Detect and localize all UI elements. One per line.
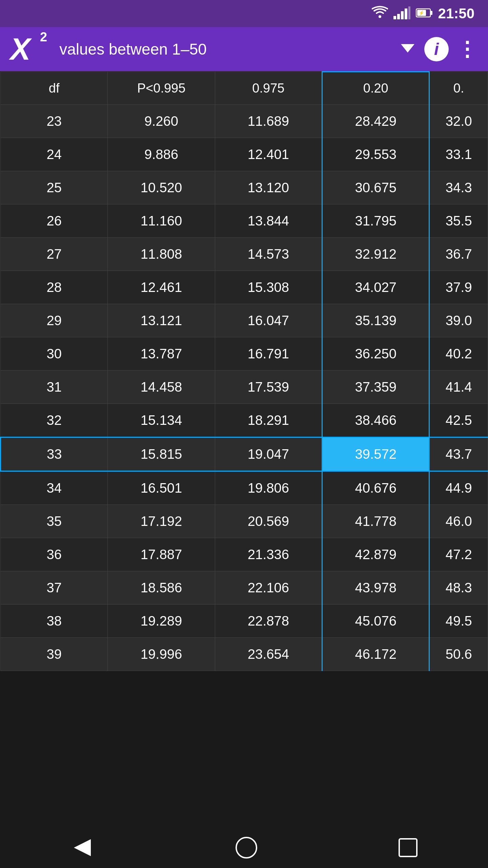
table-row[interactable]: 3517.19220.56941.77846.0 (1, 505, 488, 538)
cell-p20[interactable]: 42.879 (322, 538, 429, 571)
cell-p975[interactable]: 21.336 (215, 538, 322, 571)
cell-partial[interactable]: 46.0 (429, 505, 488, 538)
cell-partial[interactable]: 50.6 (429, 638, 488, 671)
cell-df[interactable]: 24 (1, 138, 108, 171)
table-row[interactable]: 3215.13418.29138.46642.5 (1, 404, 488, 437)
cell-p20[interactable]: 37.359 (322, 371, 429, 404)
dropdown-icon[interactable] (399, 42, 416, 57)
cell-p975[interactable]: 14.573 (215, 238, 322, 271)
cell-partial[interactable]: 37.9 (429, 271, 488, 304)
cell-df[interactable]: 29 (1, 304, 108, 337)
table-row[interactable]: 3617.88721.33642.87947.2 (1, 538, 488, 571)
cell-df[interactable]: 39 (1, 638, 108, 671)
cell-p995[interactable]: 15.134 (108, 404, 215, 437)
cell-partial[interactable]: 49.5 (429, 605, 488, 638)
table-row[interactable]: 3013.78716.79136.25040.2 (1, 337, 488, 371)
table-row[interactable]: 3315.81519.04739.57243.7 (1, 437, 488, 471)
cell-df[interactable]: 30 (1, 337, 108, 371)
cell-p20[interactable]: 28.429 (322, 105, 429, 138)
cell-partial[interactable]: 36.7 (429, 238, 488, 271)
cell-p975[interactable]: 19.047 (215, 437, 322, 471)
cell-p995[interactable]: 11.808 (108, 238, 215, 271)
table-row[interactable]: 2711.80814.57332.91236.7 (1, 238, 488, 271)
table-row[interactable]: 2510.52013.12030.67534.3 (1, 171, 488, 204)
cell-p995[interactable]: 12.461 (108, 271, 215, 304)
cell-df[interactable]: 33 (1, 437, 108, 471)
table-row[interactable]: 2913.12116.04735.13939.0 (1, 304, 488, 337)
cell-p975[interactable]: 23.654 (215, 638, 322, 671)
table-row[interactable]: 3919.99623.65446.17250.6 (1, 638, 488, 671)
info-button[interactable]: i (424, 37, 449, 61)
cell-p20[interactable]: 41.778 (322, 505, 429, 538)
table-row[interactable]: 3819.28922.87845.07649.5 (1, 605, 488, 638)
cell-p975[interactable]: 16.047 (215, 304, 322, 337)
cell-p20[interactable]: 43.978 (322, 571, 429, 605)
cell-partial[interactable]: 33.1 (429, 138, 488, 171)
table-row[interactable]: 239.26011.68928.42932.0 (1, 105, 488, 138)
back-button[interactable] (70, 837, 94, 858)
cell-p20[interactable]: 31.795 (322, 204, 429, 238)
cell-partial[interactable]: 47.2 (429, 538, 488, 571)
cell-p975[interactable]: 19.806 (215, 471, 322, 505)
cell-df[interactable]: 37 (1, 571, 108, 605)
cell-p995[interactable]: 9.886 (108, 138, 215, 171)
cell-df[interactable]: 27 (1, 238, 108, 271)
cell-df[interactable]: 28 (1, 271, 108, 304)
cell-p20[interactable]: 35.139 (322, 304, 429, 337)
cell-p975[interactable]: 22.106 (215, 571, 322, 605)
cell-p975[interactable]: 12.401 (215, 138, 322, 171)
cell-p975[interactable]: 17.539 (215, 371, 322, 404)
cell-p975[interactable]: 18.291 (215, 404, 322, 437)
cell-partial[interactable]: 39.0 (429, 304, 488, 337)
cell-p20[interactable]: 34.027 (322, 271, 429, 304)
cell-partial[interactable]: 48.3 (429, 571, 488, 605)
cell-p995[interactable]: 13.787 (108, 337, 215, 371)
cell-p20[interactable]: 40.676 (322, 471, 429, 505)
cell-df[interactable]: 38 (1, 605, 108, 638)
cell-p975[interactable]: 22.878 (215, 605, 322, 638)
cell-p995[interactable]: 18.586 (108, 571, 215, 605)
cell-p995[interactable]: 17.887 (108, 538, 215, 571)
table-row[interactable]: 249.88612.40129.55333.1 (1, 138, 488, 171)
cell-p20[interactable]: 39.572 (322, 437, 429, 471)
cell-p995[interactable]: 10.520 (108, 171, 215, 204)
table-row[interactable]: 3416.50119.80640.67644.9 (1, 471, 488, 505)
cell-df[interactable]: 31 (1, 371, 108, 404)
cell-partial[interactable]: 44.9 (429, 471, 488, 505)
cell-p995[interactable]: 15.815 (108, 437, 215, 471)
cell-df[interactable]: 34 (1, 471, 108, 505)
cell-df[interactable]: 32 (1, 404, 108, 437)
cell-p995[interactable]: 19.996 (108, 638, 215, 671)
cell-p20[interactable]: 38.466 (322, 404, 429, 437)
home-button[interactable] (236, 837, 257, 859)
more-options-button[interactable]: ⋮ (457, 37, 478, 61)
cell-p20[interactable]: 30.675 (322, 171, 429, 204)
recents-button[interactable] (399, 838, 418, 857)
cell-p975[interactable]: 11.689 (215, 105, 322, 138)
table-row[interactable]: 2611.16013.84431.79535.5 (1, 204, 488, 238)
cell-p975[interactable]: 15.308 (215, 271, 322, 304)
cell-p995[interactable]: 16.501 (108, 471, 215, 505)
cell-partial[interactable]: 32.0 (429, 105, 488, 138)
cell-p20[interactable]: 46.172 (322, 638, 429, 671)
cell-df[interactable]: 25 (1, 171, 108, 204)
cell-partial[interactable]: 42.5 (429, 404, 488, 437)
cell-partial[interactable]: 41.4 (429, 371, 488, 404)
cell-df[interactable]: 26 (1, 204, 108, 238)
table-row[interactable]: 3718.58622.10643.97848.3 (1, 571, 488, 605)
table-row[interactable]: 3114.45817.53937.35941.4 (1, 371, 488, 404)
cell-partial[interactable]: 34.3 (429, 171, 488, 204)
cell-p975[interactable]: 16.791 (215, 337, 322, 371)
cell-partial[interactable]: 35.5 (429, 204, 488, 238)
cell-p20[interactable]: 32.912 (322, 238, 429, 271)
table-row[interactable]: 2812.46115.30834.02737.9 (1, 271, 488, 304)
cell-p20[interactable]: 36.250 (322, 337, 429, 371)
cell-p20[interactable]: 45.076 (322, 605, 429, 638)
cell-p995[interactable]: 19.289 (108, 605, 215, 638)
cell-df[interactable]: 23 (1, 105, 108, 138)
cell-p975[interactable]: 13.120 (215, 171, 322, 204)
cell-p975[interactable]: 20.569 (215, 505, 322, 538)
cell-df[interactable]: 36 (1, 538, 108, 571)
cell-p995[interactable]: 17.192 (108, 505, 215, 538)
cell-p20[interactable]: 29.553 (322, 138, 429, 171)
